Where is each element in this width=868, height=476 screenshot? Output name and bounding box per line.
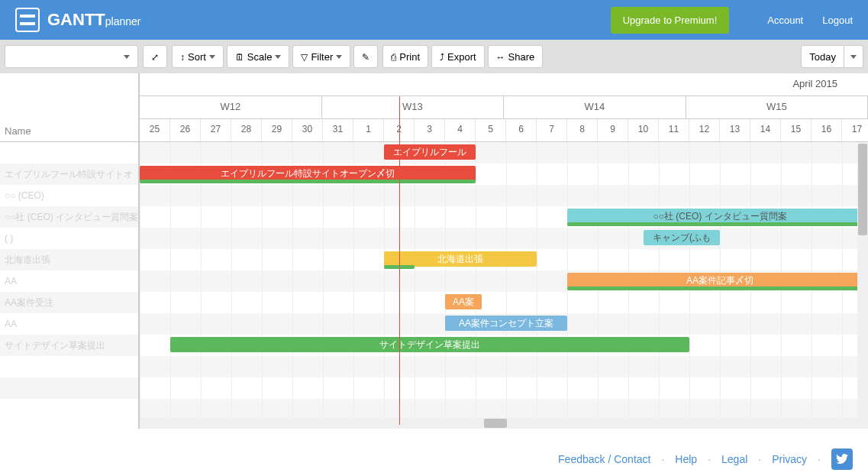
day-cell: 14 [750, 119, 781, 141]
task-row[interactable]: ( ) [0, 228, 138, 249]
day-cell: 4 [445, 119, 476, 141]
chevron-down-icon [209, 55, 215, 59]
day-cell: 17 [842, 119, 868, 141]
date-picker-button[interactable] [844, 45, 863, 68]
day-cell: 16 [812, 119, 842, 141]
vertical-scrollbar[interactable] [857, 142, 868, 429]
share-icon [496, 51, 505, 63]
sort-button[interactable]: Sort [172, 45, 224, 68]
upgrade-button[interactable]: Upgrade to Premium! [611, 7, 730, 34]
app-header: GANTTplanner Upgrade to Premium! Account… [0, 0, 868, 40]
task-row[interactable]: ○○ (CEO) [0, 185, 138, 206]
expand-button[interactable] [143, 45, 167, 68]
task-row[interactable] [0, 399, 138, 420]
help-link[interactable]: Help [675, 453, 697, 465]
gantt-bar[interactable]: AA案件コンセプト立案 [445, 316, 567, 331]
day-cell: 7 [537, 119, 567, 141]
sort-icon [180, 51, 185, 63]
task-row[interactable] [0, 356, 138, 377]
expand-icon [151, 51, 159, 63]
print-icon [391, 51, 396, 63]
scrollbar-thumb[interactable] [858, 144, 867, 235]
account-link[interactable]: Account [767, 15, 803, 26]
chevron-down-icon [124, 55, 130, 59]
task-row[interactable]: AA [0, 270, 138, 292]
progress-bar [567, 222, 868, 226]
scrollbar-thumb[interactable] [484, 419, 507, 428]
task-row[interactable]: サイトデザイン草案提出 [0, 335, 138, 356]
day-cell: 5 [476, 119, 506, 141]
day-cell: 30 [292, 119, 323, 141]
day-cell: 15 [781, 119, 812, 141]
week-cell: W13 [322, 96, 505, 118]
wand-icon [362, 51, 369, 63]
gantt-bar[interactable]: エイプリルフール [384, 144, 476, 160]
chevron-down-icon [336, 55, 342, 59]
day-cell: 28 [231, 119, 262, 141]
task-row[interactable]: 北海道出張 [0, 249, 138, 270]
logout-link[interactable]: Logout [822, 15, 853, 26]
task-row[interactable]: ○○社 (CEO) インタビュー質問案 [0, 206, 138, 228]
export-icon [440, 51, 444, 63]
chart-body: エイプリルフールエイプリルフール特設サイトオープン〆切○○社 (CEO) インタ… [140, 142, 868, 425]
day-cell: 11 [659, 119, 689, 141]
today-button[interactable]: Today [801, 45, 844, 68]
filter-icon [301, 51, 308, 63]
legal-link[interactable]: Legal [721, 453, 747, 465]
toolbar: Sort Scale Filter Print Export Share Tod… [0, 40, 868, 73]
gantt-bar[interactable]: AA案件記事〆切 [567, 273, 868, 288]
progress-bar [140, 180, 476, 183]
gantt-chart: Name エイプリルフール特設サイトオ○○ (CEO)○○社 (CEO) インタ… [0, 73, 868, 440]
day-cell: 31 [323, 119, 353, 141]
scale-button[interactable]: Scale [227, 45, 290, 68]
week-cell: W15 [686, 96, 869, 118]
share-button[interactable]: Share [488, 45, 544, 68]
task-row[interactable]: AA [0, 313, 138, 335]
day-cell: 13 [720, 119, 750, 141]
footer: Feedback / Contact · Help · Legal · Priv… [0, 442, 868, 476]
edit-button[interactable] [353, 45, 378, 68]
gantt-bar[interactable]: サイトデザイン草案提出 [170, 337, 689, 352]
privacy-link[interactable]: Privacy [772, 453, 807, 465]
day-cell: 3 [415, 119, 445, 141]
day-cell: 6 [506, 119, 537, 141]
project-select[interactable] [5, 45, 138, 68]
gantt-bar[interactable]: AA案 [445, 294, 482, 309]
calendar-icon [235, 51, 244, 63]
day-cell: 10 [628, 119, 659, 141]
day-cell: 26 [170, 119, 201, 141]
today-marker [399, 96, 400, 425]
day-cell: 25 [140, 119, 170, 141]
gantt-bar[interactable]: キャンプ(ふも [644, 230, 720, 245]
day-row: 252627282930311234567891011121314151617 [140, 119, 868, 142]
week-cell: W14 [504, 96, 686, 118]
task-row[interactable] [0, 142, 138, 164]
feedback-link[interactable]: Feedback / Contact [558, 453, 650, 465]
timeline-panel[interactable]: April 2015 W12W13W14W15 2526272829303112… [139, 73, 868, 429]
gantt-bar[interactable]: 北海道出張 [384, 251, 537, 267]
task-row[interactable]: エイプリルフール特設サイトオ [0, 164, 138, 185]
horizontal-scrollbar[interactable] [140, 418, 857, 429]
twitter-icon[interactable] [831, 448, 853, 470]
day-cell: 12 [689, 119, 720, 141]
week-row: W12W13W14W15 [140, 96, 868, 119]
export-button[interactable]: Export [431, 45, 485, 68]
task-name-panel: Name エイプリルフール特設サイトオ○○ (CEO)○○社 (CEO) インタ… [0, 73, 139, 429]
day-cell: 29 [262, 119, 292, 141]
day-cell: 27 [201, 119, 231, 141]
logo-icon [15, 8, 40, 32]
filter-button[interactable]: Filter [292, 45, 350, 68]
name-column-header: Name [0, 73, 138, 142]
day-cell: 9 [598, 119, 628, 141]
logo-text: GANTTplanner [47, 10, 140, 30]
progress-bar [567, 287, 868, 290]
day-cell: 1 [353, 119, 384, 141]
gantt-bar[interactable]: ○○社 (CEO) インタビュー質問案 [567, 209, 868, 224]
gantt-bar[interactable]: エイプリルフール特設サイトオープン〆切 [140, 166, 476, 181]
day-cell: 8 [567, 119, 598, 141]
print-button[interactable]: Print [382, 45, 428, 68]
week-cell: W12 [140, 96, 322, 118]
task-row[interactable]: AA案件受注 [0, 292, 138, 313]
task-row[interactable] [0, 377, 138, 399]
chevron-down-icon [850, 55, 857, 59]
